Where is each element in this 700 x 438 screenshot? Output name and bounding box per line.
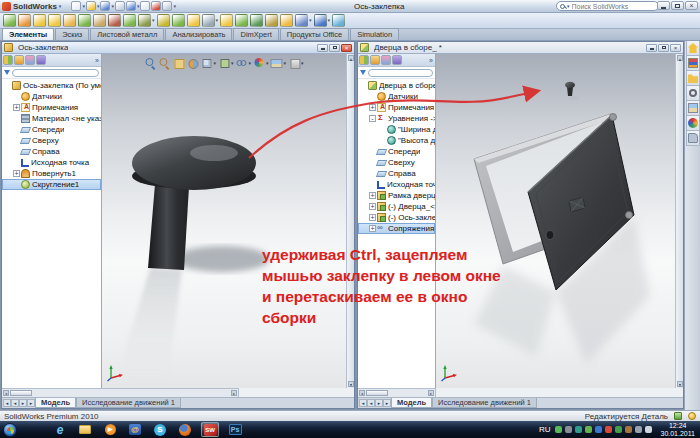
tree-item[interactable]: Материал <не указан> bbox=[2, 113, 101, 124]
logo-menu-caret-icon[interactable]: ▾ bbox=[59, 4, 62, 9]
tab-nav-icon[interactable]: ▸ bbox=[19, 399, 27, 407]
tree-item[interactable]: + Рамка дверцы_<1> (По ум bbox=[358, 190, 435, 201]
model-tab[interactable]: Исследование движений 1 bbox=[76, 398, 181, 408]
curves-icon[interactable] bbox=[314, 14, 327, 27]
tree-item[interactable]: Исходная точка bbox=[2, 157, 101, 168]
explorer-folder-icon[interactable] bbox=[76, 422, 94, 437]
tab-nav-icon[interactable]: ◂ bbox=[11, 399, 19, 407]
part-viewport[interactable]: ▾ ▾ ▾ ▾ bbox=[102, 54, 346, 388]
tree-item[interactable]: Ось-заклепка (По умолчани bbox=[2, 80, 101, 91]
dropdown-caret-icon[interactable]: ▾ bbox=[328, 18, 331, 23]
panel-expand-chevron[interactable]: » bbox=[95, 57, 100, 64]
dropdown-caret-icon[interactable]: ▾ bbox=[216, 18, 219, 23]
swept-cut-icon[interactable] bbox=[108, 14, 121, 27]
scroll-up-icon[interactable] bbox=[677, 55, 683, 61]
filter-input[interactable] bbox=[368, 69, 433, 77]
linear-pattern-icon[interactable] bbox=[187, 14, 200, 27]
chamfer-icon[interactable] bbox=[157, 14, 170, 27]
extruded-boss-icon[interactable] bbox=[3, 14, 16, 27]
tab-nav-icon[interactable]: ◂ bbox=[359, 399, 367, 407]
assembly-viewport[interactable] bbox=[436, 54, 675, 388]
tree-item[interactable]: "Высота дверцы"=210 bbox=[358, 135, 435, 146]
task-pane-tab[interactable] bbox=[686, 101, 700, 116]
minimize-button[interactable] bbox=[317, 44, 328, 52]
firefox-icon[interactable] bbox=[176, 422, 194, 437]
tree-item[interactable]: Сверху bbox=[2, 135, 101, 146]
command-tab[interactable]: Листовой металл bbox=[90, 28, 164, 40]
expand-toggle[interactable]: + bbox=[369, 225, 376, 232]
media-player-icon[interactable]: ▶ bbox=[101, 422, 119, 437]
search-box[interactable]: ▾ bbox=[556, 1, 659, 11]
scroll-down-icon[interactable] bbox=[677, 381, 683, 387]
scroll-left-icon[interactable]: ◂ bbox=[359, 390, 365, 396]
shell-icon[interactable] bbox=[250, 14, 263, 27]
dropdown-caret-icon[interactable]: ▾ bbox=[284, 60, 287, 66]
tray-icon[interactable] bbox=[575, 426, 582, 433]
dropdown-caret-icon[interactable]: ▾ bbox=[213, 60, 216, 66]
options-icon[interactable] bbox=[162, 1, 172, 11]
restore-button[interactable] bbox=[329, 44, 340, 52]
wrap-icon[interactable] bbox=[280, 14, 293, 27]
scroll-thumb[interactable] bbox=[366, 390, 388, 396]
dropdown-caret-icon[interactable]: ▾ bbox=[231, 60, 234, 66]
dome-icon[interactable] bbox=[265, 14, 278, 27]
minimize-button[interactable] bbox=[657, 1, 670, 10]
tray-icon[interactable] bbox=[565, 426, 572, 433]
expand-toggle[interactable]: + bbox=[369, 214, 376, 221]
tree-item[interactable]: + Повернуть1 bbox=[2, 168, 101, 179]
model-tab[interactable]: Исследование движений 1 bbox=[432, 398, 537, 408]
command-tab[interactable]: Simulation bbox=[350, 28, 399, 40]
extruded-cut-icon[interactable] bbox=[78, 14, 91, 27]
task-pane-tab[interactable] bbox=[686, 71, 700, 86]
close-button[interactable]: × bbox=[341, 44, 352, 52]
assembly-window-titlebar[interactable]: Дверца в сборе_ * × bbox=[358, 42, 683, 54]
zoom-fit-icon[interactable] bbox=[144, 57, 156, 69]
tab-nav-icon[interactable]: ▸ bbox=[383, 399, 391, 407]
lofted-boss-icon[interactable] bbox=[48, 14, 61, 27]
dimxpertmanager-tab-icon[interactable] bbox=[36, 55, 46, 65]
tree-item[interactable]: Дверца в сборе_ (По умолча bbox=[358, 80, 435, 91]
restore-button[interactable] bbox=[658, 44, 669, 52]
task-pane-tab[interactable] bbox=[686, 56, 700, 71]
command-tab[interactable]: DimXpert bbox=[233, 28, 278, 40]
minimize-button[interactable] bbox=[646, 44, 657, 52]
tree-item[interactable]: + Примечания bbox=[358, 102, 435, 113]
tree-item[interactable]: Справа bbox=[2, 146, 101, 157]
dropdown-caret-icon[interactable]: ▾ bbox=[173, 4, 176, 9]
tray-icon[interactable] bbox=[555, 426, 562, 433]
mailru-agent-icon[interactable]: @ bbox=[126, 422, 144, 437]
dropdown-caret-icon[interactable]: ▾ bbox=[82, 4, 85, 9]
dimxpertmanager-tab-icon[interactable] bbox=[392, 55, 402, 65]
revolved-cut-icon[interactable] bbox=[93, 14, 106, 27]
scroll-up-icon[interactable] bbox=[348, 55, 354, 61]
scroll-right-icon[interactable]: ▸ bbox=[428, 390, 434, 396]
tree-item[interactable]: - Уравнения -> bbox=[358, 113, 435, 124]
featuremanager-tab-icon[interactable] bbox=[359, 55, 369, 65]
taskbar-clock[interactable]: 12:24 30.01.2011 bbox=[660, 422, 697, 438]
vertical-scrollbar[interactable] bbox=[346, 54, 354, 388]
reference-geometry-icon[interactable] bbox=[295, 14, 308, 27]
dropdown-caret-icon[interactable]: ▾ bbox=[137, 4, 140, 9]
configurationmanager-tab-icon[interactable] bbox=[25, 55, 35, 65]
lofted-cut-icon[interactable] bbox=[123, 14, 136, 27]
tree-item[interactable]: + (-) Ось-заклепка<1> (По у bbox=[358, 212, 435, 223]
hole-wizard-icon[interactable] bbox=[63, 14, 76, 27]
tab-nav-icon[interactable]: ◂ bbox=[3, 399, 11, 407]
command-tab[interactable]: Продукты Office bbox=[280, 28, 349, 40]
task-pane-tab[interactable] bbox=[686, 131, 700, 146]
tree-item[interactable]: Спереди bbox=[358, 146, 435, 157]
open-document-icon[interactable] bbox=[86, 1, 96, 11]
tree-item[interactable]: Скругление1 bbox=[2, 179, 101, 190]
select-icon[interactable] bbox=[140, 1, 150, 11]
restore-button[interactable] bbox=[671, 1, 684, 10]
view-orientation-icon[interactable] bbox=[200, 57, 212, 69]
quick-tips-icon[interactable] bbox=[688, 412, 696, 420]
tree-item[interactable]: Датчики bbox=[358, 91, 435, 102]
horizontal-scrollbar[interactable]: ◂ ▸ bbox=[358, 388, 436, 397]
tree-item[interactable]: "Ширина дверцы"=250 bbox=[358, 124, 435, 135]
dropdown-caret-icon[interactable]: ▾ bbox=[152, 18, 155, 23]
tray-icon[interactable] bbox=[635, 426, 642, 433]
fillet-icon[interactable] bbox=[138, 14, 151, 27]
view-settings-icon[interactable] bbox=[288, 57, 300, 69]
start-button[interactable] bbox=[3, 423, 17, 437]
